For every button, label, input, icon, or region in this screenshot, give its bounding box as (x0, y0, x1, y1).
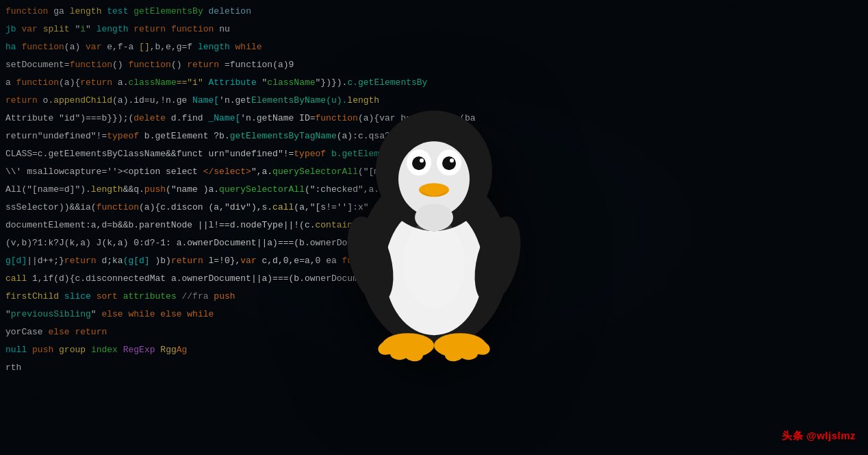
code-line: ha function(a) var e,f-a [],b,e,g=f leng… (0, 38, 868, 56)
svg-point-22 (415, 204, 453, 231)
code-line: function ga length test getElementsBy de… (0, 3, 868, 21)
penguin-mascot (331, 109, 537, 356)
svg-point-9 (450, 158, 454, 162)
code-line: setDocument=function() function() return… (0, 56, 868, 74)
svg-point-7 (420, 158, 424, 162)
code-line: a function(a){return a.className=="i" At… (0, 74, 868, 92)
watermark-handle: @wljslmz (806, 430, 856, 441)
svg-point-8 (442, 156, 456, 170)
watermark: 头条 @wljslmz (782, 430, 856, 443)
svg-point-21 (403, 219, 465, 308)
watermark-platform: 头条 (782, 430, 806, 441)
svg-point-6 (412, 156, 426, 170)
code-line: return o.appendChild(a).id=u,!n.ge Name[… (0, 92, 868, 110)
svg-point-10 (419, 183, 449, 197)
code-line: jb var split "i" length return function … (0, 21, 868, 38)
